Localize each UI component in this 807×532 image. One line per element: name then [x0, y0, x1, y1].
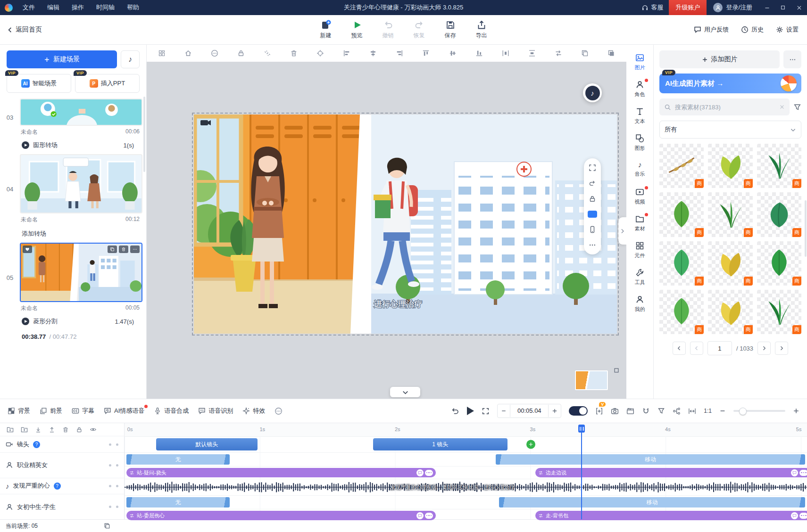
- snapshot-icon[interactable]: [611, 407, 619, 415]
- track-toggle-dot[interactable]: [109, 443, 111, 446]
- next-page-button[interactable]: [757, 342, 771, 355]
- move-up-icon[interactable]: [49, 426, 55, 433]
- subtitle-button[interactable]: 字幕: [72, 407, 94, 415]
- swap-icon[interactable]: [555, 49, 562, 57]
- login-register-link[interactable]: 登录/注册: [726, 3, 759, 12]
- motion-clip[interactable]: 移动: [499, 497, 805, 507]
- distribute-horizontal-icon[interactable]: [502, 49, 509, 57]
- scene-card-05[interactable]: 05: [0, 243, 146, 312]
- canvas-music-button[interactable]: ♪: [583, 83, 602, 102]
- clapper-icon[interactable]: [626, 407, 634, 415]
- search-input[interactable]: [674, 103, 776, 111]
- upgrade-account-button[interactable]: 升级账户: [669, 0, 707, 15]
- more-options-icon[interactable]: [211, 49, 218, 57]
- screenshot-icon[interactable]: [589, 164, 596, 172]
- clip-more-badge[interactable]: [425, 470, 433, 476]
- focus-icon[interactable]: [316, 49, 324, 57]
- effects-button[interactable]: 特效: [242, 407, 265, 415]
- animation-clip[interactable]: 站-疑问-挠头: [126, 468, 436, 477]
- node-flow-icon[interactable]: [673, 407, 681, 415]
- transition-play-icon[interactable]: [22, 318, 29, 325]
- menu-help[interactable]: 帮助: [121, 0, 145, 15]
- mode-toggle[interactable]: [569, 406, 588, 416]
- sidebar-scrollbar[interactable]: [143, 97, 145, 172]
- workspace[interactable]: 进行心理治疗 ♪: [147, 62, 626, 399]
- window-maximize-button[interactable]: [775, 0, 791, 15]
- tab-text[interactable]: 文本: [626, 102, 653, 129]
- tab-mine[interactable]: 我的: [626, 290, 653, 317]
- smart-scene-button[interactable]: VIP AI 智能场景: [7, 74, 71, 93]
- add-image-button[interactable]: 添加图片: [659, 50, 780, 68]
- play-button[interactable]: [467, 407, 474, 415]
- align-center-horizontal-icon[interactable]: [369, 49, 377, 57]
- tab-tools[interactable]: 工具: [626, 263, 653, 290]
- ai-generate-banner[interactable]: VIP AI生成图片素材 →: [659, 74, 801, 93]
- asset-item-4[interactable]: 商: [659, 192, 704, 237]
- timeline-ruler[interactable]: 0s 1s 2s 3s 4s 5s: [125, 423, 807, 437]
- tab-video[interactable]: 视频: [626, 183, 653, 210]
- track-toggle-dot[interactable]: [109, 506, 111, 508]
- animation-clip[interactable]: 站-委屈伤心: [126, 511, 436, 520]
- scene-music-button[interactable]: ♪: [121, 50, 140, 68]
- help-badge[interactable]: [33, 441, 40, 448]
- back-home-button[interactable]: 返回首页: [7, 25, 42, 34]
- time-decrease-button[interactable]: [498, 404, 510, 417]
- category-dropdown[interactable]: 所有: [659, 121, 801, 139]
- settings-button[interactable]: 设置: [776, 25, 799, 34]
- copy-icon[interactable]: [581, 49, 589, 57]
- prev-page-button[interactable]: [690, 342, 703, 355]
- fit-width-icon[interactable]: [688, 407, 696, 415]
- menu-operate[interactable]: 操作: [66, 0, 90, 15]
- window-close-button[interactable]: [791, 0, 807, 15]
- lock-icon[interactable]: [589, 195, 596, 203]
- align-right-icon[interactable]: [396, 49, 403, 57]
- scene-card-03[interactable]: 03 未命名00:06: [0, 98, 146, 136]
- asset-item-3[interactable]: 商: [757, 144, 801, 188]
- scene-canvas[interactable]: 进行心理治疗: [194, 115, 617, 334]
- fullscreen-icon[interactable]: [482, 407, 490, 415]
- filter-icon[interactable]: [793, 103, 801, 111]
- asset-item-9[interactable]: 商: [757, 241, 801, 286]
- add-transition-button[interactable]: 添加转场: [0, 224, 146, 238]
- camera-clip-1[interactable]: 1 镜头: [373, 438, 507, 450]
- zoom-in-icon[interactable]: [793, 408, 799, 414]
- duplicate-scene-icon[interactable]: [104, 523, 110, 529]
- zoom-out-icon[interactable]: [719, 408, 726, 414]
- tab-music[interactable]: 音乐: [626, 156, 653, 183]
- track-toggle-dot[interactable]: [109, 464, 111, 467]
- menu-file[interactable]: 文件: [17, 0, 41, 15]
- asset-item-2[interactable]: 商: [708, 144, 752, 188]
- track-toggle-dot[interactable]: [116, 485, 118, 487]
- more-icon[interactable]: [589, 241, 596, 249]
- keyframe-button[interactable]: V: [595, 407, 603, 415]
- playhead-handle[interactable]: [578, 425, 585, 433]
- tab-component[interactable]: 元件: [626, 237, 653, 263]
- track-header-camera[interactable]: 镜头: [0, 436, 124, 452]
- track-header-audio[interactable]: ♪ 发现严重的心: [0, 478, 124, 494]
- delete-scene-button[interactable]: [119, 246, 128, 253]
- align-middle-icon[interactable]: [449, 49, 457, 57]
- history-button[interactable]: 历史: [741, 25, 764, 34]
- customer-service-button[interactable]: 客服: [636, 3, 669, 12]
- tts-button[interactable]: 语音合成: [154, 407, 189, 415]
- motion-clip[interactable]: 移动: [496, 454, 805, 465]
- first-page-button[interactable]: [673, 342, 686, 355]
- background-button[interactable]: 背景: [8, 407, 30, 415]
- scene-thumbnail[interactable]: [20, 98, 142, 126]
- delete-icon[interactable]: [290, 49, 298, 57]
- transition-play-icon[interactable]: [22, 141, 29, 149]
- panel-expand-tab[interactable]: [618, 217, 626, 245]
- home-icon[interactable]: [184, 49, 192, 57]
- track-toggle-dot[interactable]: [116, 443, 118, 446]
- time-increase-button[interactable]: [549, 404, 561, 417]
- storyboard-icon[interactable]: [158, 49, 166, 57]
- dialog-badge[interactable]: [791, 512, 798, 519]
- save-button[interactable]: 保存: [445, 20, 456, 40]
- motion-clip[interactable]: 无: [126, 454, 229, 465]
- asset-item-6[interactable]: 商: [757, 192, 801, 237]
- navigator-preview[interactable]: [574, 370, 608, 391]
- track-toggle-dot[interactable]: [109, 485, 111, 487]
- camera-clip-default[interactable]: 默认镜头: [156, 438, 258, 450]
- track-header-student[interactable]: 女初中生-学生: [0, 494, 124, 519]
- export-button[interactable]: 导出: [476, 20, 487, 40]
